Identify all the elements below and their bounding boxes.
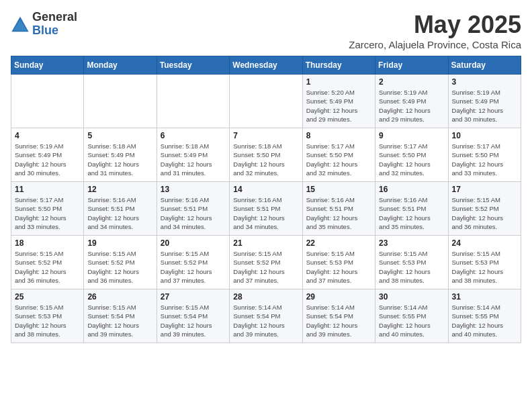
day-number: 13 [161, 185, 226, 194]
cell-content: Sunrise: 5:16 AM Sunset: 5:51 PM Dayligh… [87, 195, 152, 231]
cell-content: Sunrise: 5:15 AM Sunset: 5:53 PM Dayligh… [15, 303, 80, 338]
day-number: 7 [233, 131, 298, 140]
day-number: 20 [161, 238, 226, 248]
cell-content: Sunrise: 5:15 AM Sunset: 5:52 PM Dayligh… [161, 249, 226, 285]
logo: General Blue [11, 11, 77, 38]
header-cell-tuesday: Tuesday [157, 56, 229, 75]
calendar-cell [11, 75, 84, 128]
cell-content: Sunrise: 5:15 AM Sunset: 5:54 PM Dayligh… [87, 303, 152, 338]
logo-text: General Blue [32, 11, 77, 38]
cell-content: Sunrise: 5:16 AM Sunset: 5:51 PM Dayligh… [379, 195, 444, 231]
calendar-cell: 2Sunrise: 5:19 AM Sunset: 5:49 PM Daylig… [375, 75, 448, 128]
calendar-cell [157, 75, 229, 128]
day-number: 18 [15, 238, 80, 248]
header-cell-sunday: Sunday [11, 56, 84, 75]
day-number: 26 [87, 292, 152, 302]
cell-content: Sunrise: 5:17 AM Sunset: 5:50 PM Dayligh… [15, 195, 80, 231]
week-row-5: 25Sunrise: 5:15 AM Sunset: 5:53 PM Dayli… [11, 289, 521, 343]
header-cell-thursday: Thursday [302, 56, 375, 75]
week-row-4: 18Sunrise: 5:15 AM Sunset: 5:52 PM Dayli… [11, 236, 521, 289]
month-title: May 2025 [349, 11, 521, 39]
calendar-cell: 29Sunrise: 5:14 AM Sunset: 5:54 PM Dayli… [302, 289, 375, 343]
cell-content: Sunrise: 5:16 AM Sunset: 5:51 PM Dayligh… [233, 195, 298, 231]
calendar-cell: 30Sunrise: 5:14 AM Sunset: 5:55 PM Dayli… [375, 289, 448, 343]
calendar-cell: 9Sunrise: 5:17 AM Sunset: 5:50 PM Daylig… [375, 128, 448, 182]
cell-content: Sunrise: 5:15 AM Sunset: 5:53 PM Dayligh… [306, 249, 371, 285]
calendar-cell: 21Sunrise: 5:15 AM Sunset: 5:52 PM Dayli… [230, 236, 302, 289]
day-number: 4 [15, 131, 80, 140]
day-number: 10 [452, 131, 517, 140]
cell-content: Sunrise: 5:14 AM Sunset: 5:55 PM Dayligh… [452, 303, 517, 338]
logo-icon [11, 15, 30, 34]
day-number: 22 [306, 238, 371, 248]
cell-content: Sunrise: 5:19 AM Sunset: 5:49 PM Dayligh… [379, 88, 444, 124]
day-number: 5 [87, 131, 152, 140]
day-number: 1 [306, 77, 371, 87]
day-number: 17 [452, 185, 517, 194]
week-row-1: 1Sunrise: 5:20 AM Sunset: 5:49 PM Daylig… [11, 75, 521, 128]
cell-content: Sunrise: 5:17 AM Sunset: 5:50 PM Dayligh… [379, 142, 444, 177]
calendar-cell: 24Sunrise: 5:15 AM Sunset: 5:53 PM Dayli… [448, 236, 521, 289]
calendar-cell: 6Sunrise: 5:18 AM Sunset: 5:49 PM Daylig… [157, 128, 229, 182]
calendar-cell: 17Sunrise: 5:15 AM Sunset: 5:52 PM Dayli… [448, 182, 521, 236]
calendar-cell: 11Sunrise: 5:17 AM Sunset: 5:50 PM Dayli… [11, 182, 84, 236]
calendar-cell: 27Sunrise: 5:15 AM Sunset: 5:54 PM Dayli… [157, 289, 229, 343]
cell-content: Sunrise: 5:15 AM Sunset: 5:54 PM Dayligh… [161, 303, 226, 338]
cell-content: Sunrise: 5:14 AM Sunset: 5:54 PM Dayligh… [306, 303, 371, 338]
day-number: 31 [452, 292, 517, 302]
calendar-cell: 13Sunrise: 5:16 AM Sunset: 5:51 PM Dayli… [157, 182, 229, 236]
calendar-cell [230, 75, 302, 128]
cell-content: Sunrise: 5:17 AM Sunset: 5:50 PM Dayligh… [452, 142, 517, 177]
calendar-cell [84, 75, 157, 128]
day-number: 27 [161, 292, 226, 302]
day-number: 24 [452, 238, 517, 248]
day-number: 29 [306, 292, 371, 302]
page-header: General Blue May 2025 Zarcero, Alajuela … [11, 11, 521, 50]
day-number: 21 [233, 238, 298, 248]
header-cell-monday: Monday [84, 56, 157, 75]
calendar-cell: 31Sunrise: 5:14 AM Sunset: 5:55 PM Dayli… [448, 289, 521, 343]
day-number: 16 [379, 185, 444, 194]
calendar-cell: 22Sunrise: 5:15 AM Sunset: 5:53 PM Dayli… [302, 236, 375, 289]
cell-content: Sunrise: 5:15 AM Sunset: 5:52 PM Dayligh… [233, 249, 298, 285]
calendar-cell: 1Sunrise: 5:20 AM Sunset: 5:49 PM Daylig… [302, 75, 375, 128]
header-cell-saturday: Saturday [448, 56, 521, 75]
calendar-cell: 12Sunrise: 5:16 AM Sunset: 5:51 PM Dayli… [84, 182, 157, 236]
calendar-cell: 18Sunrise: 5:15 AM Sunset: 5:52 PM Dayli… [11, 236, 84, 289]
cell-content: Sunrise: 5:19 AM Sunset: 5:49 PM Dayligh… [15, 142, 80, 177]
svg-marker-1 [13, 19, 28, 31]
cell-content: Sunrise: 5:19 AM Sunset: 5:49 PM Dayligh… [452, 88, 517, 124]
calendar-cell: 19Sunrise: 5:15 AM Sunset: 5:52 PM Dayli… [84, 236, 157, 289]
calendar-cell: 5Sunrise: 5:18 AM Sunset: 5:49 PM Daylig… [84, 128, 157, 182]
location-subtitle: Zarcero, Alajuela Province, Costa Rica [349, 39, 521, 50]
calendar-cell: 15Sunrise: 5:16 AM Sunset: 5:51 PM Dayli… [302, 182, 375, 236]
cell-content: Sunrise: 5:18 AM Sunset: 5:49 PM Dayligh… [87, 142, 152, 177]
cell-content: Sunrise: 5:14 AM Sunset: 5:54 PM Dayligh… [233, 303, 298, 338]
calendar-table: SundayMondayTuesdayWednesdayThursdayFrid… [11, 56, 521, 343]
day-number: 19 [87, 238, 152, 248]
day-number: 12 [87, 185, 152, 194]
cell-content: Sunrise: 5:20 AM Sunset: 5:49 PM Dayligh… [306, 88, 371, 124]
day-number: 14 [233, 185, 298, 194]
day-number: 8 [306, 131, 371, 140]
title-block: May 2025 Zarcero, Alajuela Province, Cos… [349, 11, 521, 50]
calendar-cell: 28Sunrise: 5:14 AM Sunset: 5:54 PM Dayli… [230, 289, 302, 343]
logo-general: General [32, 11, 77, 24]
day-number: 28 [233, 292, 298, 302]
cell-content: Sunrise: 5:16 AM Sunset: 5:51 PM Dayligh… [161, 195, 226, 231]
calendar-cell: 16Sunrise: 5:16 AM Sunset: 5:51 PM Dayli… [375, 182, 448, 236]
week-row-2: 4Sunrise: 5:19 AM Sunset: 5:49 PM Daylig… [11, 128, 521, 182]
day-number: 23 [379, 238, 444, 248]
cell-content: Sunrise: 5:15 AM Sunset: 5:52 PM Dayligh… [15, 249, 80, 285]
cell-content: Sunrise: 5:15 AM Sunset: 5:53 PM Dayligh… [452, 249, 517, 285]
calendar-cell: 14Sunrise: 5:16 AM Sunset: 5:51 PM Dayli… [230, 182, 302, 236]
calendar-header: SundayMondayTuesdayWednesdayThursdayFrid… [11, 56, 521, 75]
calendar-body: 1Sunrise: 5:20 AM Sunset: 5:49 PM Daylig… [11, 75, 521, 343]
day-number: 9 [379, 131, 444, 140]
day-number: 3 [452, 77, 517, 87]
day-number: 15 [306, 185, 371, 194]
cell-content: Sunrise: 5:17 AM Sunset: 5:50 PM Dayligh… [306, 142, 371, 177]
cell-content: Sunrise: 5:16 AM Sunset: 5:51 PM Dayligh… [306, 195, 371, 231]
calendar-cell: 7Sunrise: 5:18 AM Sunset: 5:50 PM Daylig… [230, 128, 302, 182]
header-cell-friday: Friday [375, 56, 448, 75]
